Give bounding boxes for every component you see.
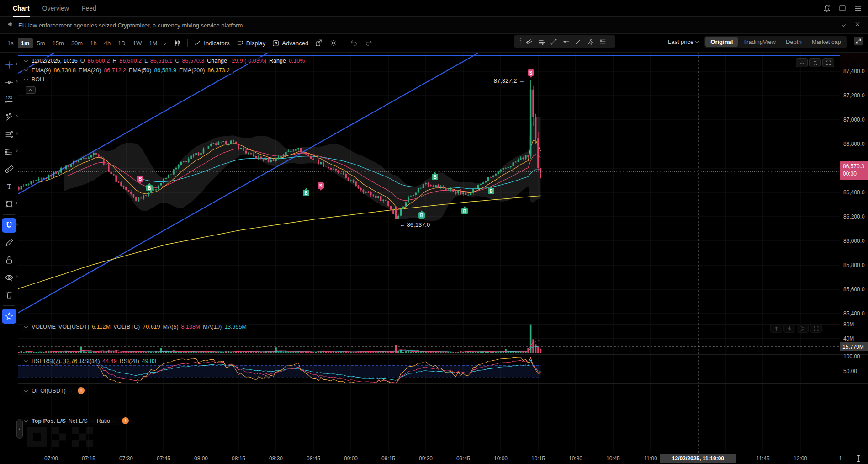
timeframe-1M[interactable]: 1M bbox=[146, 38, 160, 48]
timeframe-1m[interactable]: 1m bbox=[18, 38, 33, 48]
window-icon[interactable] bbox=[838, 4, 847, 13]
pane-collapse-button[interactable] bbox=[26, 86, 36, 94]
time-axis-label: 11:00 bbox=[644, 455, 657, 462]
collapse-icon[interactable] bbox=[24, 359, 28, 363]
svg-text:87,327.2 →: 87,327.2 → bbox=[494, 77, 524, 84]
news-expand-icon[interactable] bbox=[842, 22, 846, 26]
undo-icon[interactable] bbox=[347, 37, 361, 49]
pane-move-down-icon[interactable] bbox=[796, 58, 808, 67]
price-axis-label: 87,400.0 bbox=[843, 68, 865, 75]
crosshair-icon[interactable] bbox=[2, 58, 16, 72]
grid-layer bbox=[18, 53, 840, 453]
pencil-icon[interactable] bbox=[2, 235, 16, 250]
view-tab-original[interactable]: Original bbox=[705, 37, 738, 47]
floating-draw-toolbar[interactable] bbox=[514, 35, 615, 48]
timeframe-1W[interactable]: 1W bbox=[130, 38, 145, 48]
timeframe-5m[interactable]: 5m bbox=[34, 38, 48, 48]
horizontal-ray-tool-icon[interactable] bbox=[562, 37, 570, 46]
lines-stack-icon[interactable] bbox=[2, 127, 16, 142]
trash-icon[interactable] bbox=[2, 288, 16, 302]
magnet-icon[interactable] bbox=[2, 218, 16, 233]
oi-warning-badge[interactable]: ! bbox=[78, 387, 85, 394]
timeframe-30m[interactable]: 30m bbox=[68, 38, 86, 48]
pane-separator[interactable] bbox=[18, 354, 868, 355]
trend-point-icon[interactable] bbox=[2, 75, 16, 90]
parallel-lines-tool-icon[interactable] bbox=[599, 37, 607, 46]
lock-open-icon[interactable] bbox=[2, 253, 16, 267]
pane-maximize-icon[interactable] bbox=[810, 324, 822, 333]
collapse-icon[interactable] bbox=[24, 77, 28, 81]
text-icon[interactable]: T bbox=[2, 179, 16, 194]
ray-tool-icon[interactable] bbox=[574, 37, 582, 46]
pane-collapse-icon[interactable] bbox=[809, 58, 821, 67]
collapse-icon[interactable] bbox=[24, 59, 28, 62]
view-tab-market-cap[interactable]: Market cap bbox=[807, 37, 846, 47]
collapse-icon[interactable] bbox=[24, 68, 28, 72]
view-tab-tradingview[interactable]: TradingView bbox=[738, 37, 781, 47]
ema20-value: 86,712.2 bbox=[104, 67, 126, 74]
panel-collapse-pill[interactable]: ‹ bbox=[16, 419, 23, 439]
collapse-icon[interactable] bbox=[24, 418, 28, 422]
timeframe-1s[interactable]: 1s bbox=[4, 38, 17, 48]
timeframe-4h[interactable]: 4h bbox=[101, 38, 114, 48]
collapse-icon[interactable] bbox=[24, 325, 28, 328]
rsi7-value: 32.76 bbox=[63, 358, 77, 364]
pitchfork-tool-icon[interactable] bbox=[587, 37, 595, 46]
price-axis-label: 87,000.0 bbox=[843, 117, 865, 123]
eye-icon[interactable] bbox=[2, 270, 16, 285]
advanced-button[interactable]: Advanced bbox=[269, 37, 312, 49]
volume-axis-label: 40M bbox=[843, 336, 854, 342]
lines-angle-icon[interactable] bbox=[2, 144, 16, 159]
pane-separator[interactable] bbox=[18, 413, 868, 413]
price-chart-canvas[interactable]: SBBSBBBBS87,327.2 →← 86,137.0 bbox=[18, 53, 840, 453]
svg-text:B: B bbox=[463, 209, 466, 214]
pattern-icon[interactable] bbox=[2, 110, 16, 124]
pane-separator[interactable] bbox=[18, 383, 868, 384]
alert-add-icon[interactable] bbox=[822, 4, 831, 13]
svg-text:B: B bbox=[148, 186, 151, 191]
candle-style-icon[interactable] bbox=[170, 37, 185, 49]
regression-tool-icon[interactable] bbox=[537, 37, 545, 46]
view-tab-depth[interactable]: Depth bbox=[781, 37, 807, 47]
menu-icon[interactable] bbox=[853, 4, 863, 13]
settings-gear-icon[interactable] bbox=[326, 37, 341, 49]
top-tabs: ChartOverviewFeed bbox=[0, 0, 96, 17]
rsi-axis-label: 50.00 bbox=[843, 368, 857, 374]
snapshot-icon[interactable] bbox=[312, 37, 326, 49]
svg-text:B: B bbox=[420, 213, 423, 218]
display-button[interactable]: Display bbox=[233, 37, 269, 49]
shapes-icon[interactable] bbox=[2, 197, 16, 211]
numbers-icon[interactable]: 123 bbox=[2, 92, 16, 107]
star-icon[interactable] bbox=[2, 309, 16, 324]
svg-text:S: S bbox=[319, 183, 323, 188]
timeframe-1D[interactable]: 1D bbox=[115, 38, 129, 48]
pane-collapse-icon[interactable] bbox=[797, 324, 809, 333]
toppos-warning-badge[interactable]: ! bbox=[122, 417, 129, 424]
top-tab-feed[interactable]: Feed bbox=[82, 0, 96, 17]
price-axis[interactable]: 87,400.087,200.087,000.086,800.086,600.0… bbox=[840, 53, 868, 453]
pane-move-down-icon[interactable] bbox=[783, 324, 795, 333]
fullscreen-icon[interactable] bbox=[853, 36, 863, 48]
collapse-icon[interactable] bbox=[24, 388, 28, 392]
time-axis-label: 12:00 bbox=[794, 455, 807, 462]
news-banner[interactable]: EU law enforcement agencies seized Crypt… bbox=[0, 17, 868, 34]
news-close-icon[interactable] bbox=[854, 21, 861, 29]
top-tab-overview[interactable]: Overview bbox=[42, 0, 69, 17]
pane-maximize-icon[interactable] bbox=[822, 58, 834, 67]
timeframe-1h[interactable]: 1h bbox=[87, 38, 100, 48]
time-axis-label: 09:45 bbox=[456, 455, 470, 462]
last-price-dropdown[interactable]: Last price bbox=[668, 38, 698, 45]
volume-pane-buttons bbox=[770, 324, 822, 333]
drag-handle-icon[interactable] bbox=[518, 37, 522, 46]
top-tab-chart[interactable]: Chart bbox=[13, 0, 30, 17]
pane-move-up-icon[interactable] bbox=[770, 324, 782, 333]
candle-countdown: 00:30 bbox=[843, 170, 868, 177]
indicators-button[interactable]: Indicators bbox=[191, 37, 233, 49]
time-axis[interactable]: 07:0007:1507:3007:4508:0008:1508:3008:45… bbox=[0, 453, 868, 464]
redo-icon[interactable] bbox=[361, 37, 376, 49]
ruler-icon[interactable] bbox=[2, 162, 16, 176]
timeframe-15m[interactable]: 15m bbox=[49, 38, 67, 48]
trend-line-tool-icon[interactable] bbox=[550, 37, 558, 46]
timeframe-more-icon[interactable] bbox=[163, 41, 167, 45]
channel-tool-icon[interactable] bbox=[525, 37, 533, 46]
